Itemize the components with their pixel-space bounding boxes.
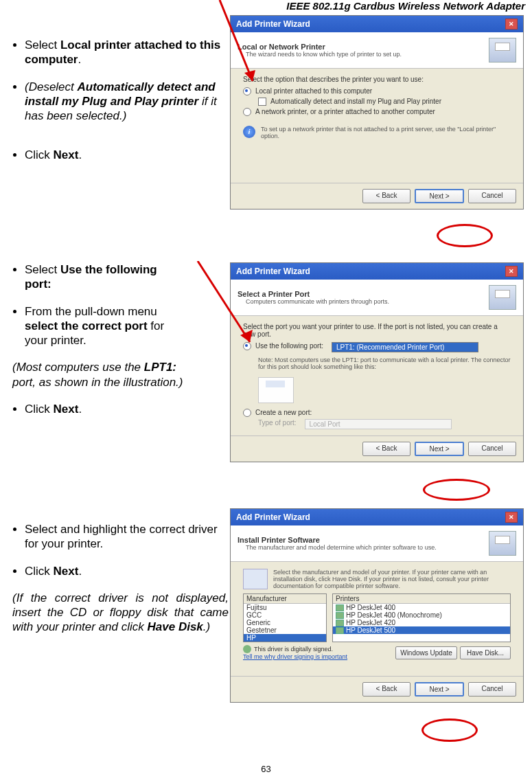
type-label: Type of port: bbox=[258, 419, 297, 427]
list-item: From the pull-down menu select the corre… bbox=[25, 304, 184, 348]
radio-icon bbox=[243, 409, 251, 417]
printer-icon bbox=[489, 285, 516, 310]
wizard-local-network: Add Printer Wizard ✕ Local or Network Pr… bbox=[230, 15, 524, 210]
close-icon[interactable]: ✕ bbox=[505, 19, 518, 30]
printer-item-icon bbox=[336, 604, 344, 611]
printer-icon bbox=[489, 38, 516, 63]
note-text: Note: Most computers use the LPT1: port … bbox=[258, 356, 511, 370]
wizard-install-software: Add Printer Wizard ✕ Install Printer Sof… bbox=[230, 508, 524, 703]
list-item: Click Next. bbox=[25, 402, 184, 416]
port-type-dropdown: Local Port bbox=[305, 419, 452, 429]
list-item[interactable]: Gestetner bbox=[244, 626, 326, 634]
radio-icon bbox=[243, 342, 251, 350]
column-header: Printers bbox=[333, 594, 510, 604]
signed-text: This driver is digitally signed. bbox=[254, 646, 333, 653]
list-item[interactable]: GCC bbox=[244, 611, 326, 619]
wizard-heading: Select a Printer Port bbox=[238, 290, 310, 298]
radio-icon bbox=[243, 87, 251, 95]
wizard-subheading: Computers communicate with printers thro… bbox=[238, 298, 389, 305]
list-item: Click Next. bbox=[25, 564, 229, 578]
printer-icon bbox=[489, 531, 516, 556]
list-item[interactable]: HP DeskJet 500 bbox=[333, 626, 510, 634]
signed-icon bbox=[243, 645, 251, 653]
windows-update-button[interactable]: Windows Update bbox=[395, 646, 457, 659]
info-text: To set up a network printer that is not … bbox=[261, 126, 511, 139]
highlight-oval bbox=[437, 224, 493, 247]
wizard-select-port: Add Printer Wizard ✕ Select a Printer Po… bbox=[230, 262, 524, 462]
manufacturer-listbox[interactable]: Manufacturer Fujitsu GCC Generic Gestetn… bbox=[243, 593, 327, 642]
radio-use-port[interactable]: Use the following port: LPT1: (Recommend… bbox=[243, 342, 511, 352]
list-item[interactable]: HP bbox=[244, 634, 326, 642]
wizard-subheading: The wizard needs to know which type of p… bbox=[238, 51, 402, 58]
wizard-subheading: The manufacturer and model determine whi… bbox=[238, 544, 437, 551]
list-item: Click Next. bbox=[25, 148, 229, 162]
window-title: Add Printer Wizard bbox=[236, 512, 310, 522]
list-item[interactable]: HP DeskJet 400 bbox=[333, 604, 510, 611]
wizard-heading: Local or Network Printer bbox=[238, 43, 325, 51]
note: (If the correct driver is not displayed,… bbox=[12, 591, 229, 635]
highlight-oval bbox=[421, 718, 478, 742]
next-button[interactable]: Next > bbox=[415, 682, 464, 697]
printer-item-icon bbox=[336, 627, 344, 634]
cancel-button[interactable]: Cancel bbox=[468, 442, 516, 456]
back-button[interactable]: < Back bbox=[362, 682, 410, 697]
page-header: IEEE 802.11g Cardbus Wireless Network Ad… bbox=[286, 0, 525, 12]
checkbox-icon bbox=[258, 98, 266, 106]
printer-item-icon bbox=[336, 612, 344, 619]
cancel-button[interactable]: Cancel bbox=[468, 682, 516, 697]
close-icon[interactable]: ✕ bbox=[505, 266, 518, 277]
list-item[interactable]: HP DeskJet 420 bbox=[333, 619, 510, 626]
radio-local-printer[interactable]: Local printer attached to this computer bbox=[243, 87, 511, 95]
instruction-list-2b: Click Next. bbox=[12, 402, 184, 416]
list-item: Select and highlight the correct driver … bbox=[25, 522, 229, 552]
radio-icon bbox=[243, 108, 251, 116]
connector-illustration-icon bbox=[258, 377, 294, 403]
cancel-button[interactable]: Cancel bbox=[468, 189, 516, 203]
printer-item-icon bbox=[336, 620, 344, 626]
back-button[interactable]: < Back bbox=[362, 442, 410, 456]
instruction-list-3: Select and highlight the correct driver … bbox=[12, 522, 229, 578]
close-icon[interactable]: ✕ bbox=[505, 512, 518, 523]
next-button[interactable]: Next > bbox=[415, 189, 464, 203]
instruction-list-2: Select Use the following port: From the … bbox=[12, 262, 184, 348]
radio-network-printer[interactable]: A network printer, or a printer attached… bbox=[243, 108, 511, 116]
titlebar: Add Printer Wizard ✕ bbox=[231, 509, 523, 525]
list-item: Select Local printer attached to this co… bbox=[25, 38, 229, 67]
list-item[interactable]: Generic bbox=[244, 619, 326, 626]
wizard-heading: Install Printer Software bbox=[238, 536, 320, 544]
list-item[interactable]: Fujitsu bbox=[244, 604, 326, 611]
instruction-list-1: Select Local printer attached to this co… bbox=[12, 38, 229, 163]
radio-create-port[interactable]: Create a new port: bbox=[243, 409, 511, 417]
prompt-text: Select the option that describes the pri… bbox=[243, 76, 511, 83]
signing-link[interactable]: Tell me why driver signing is important bbox=[243, 653, 347, 660]
list-item: (Deselect Automatically detect and insta… bbox=[25, 80, 229, 124]
have-disk-button[interactable]: Have Disk... bbox=[460, 646, 511, 659]
printer-clipart-icon bbox=[243, 569, 268, 589]
checkbox-auto-detect[interactable]: Automatically detect and install my Plug… bbox=[258, 98, 511, 106]
window-title: Add Printer Wizard bbox=[236, 19, 310, 29]
list-item[interactable]: HP DeskJet 400 (Monochrome) bbox=[333, 611, 510, 619]
note: (Most computers use the LPT1: port, as s… bbox=[12, 360, 184, 389]
page-number: 63 bbox=[0, 764, 532, 774]
port-dropdown[interactable]: LPT1: (Recommended Printer Port) bbox=[332, 342, 478, 352]
back-button[interactable]: < Back bbox=[362, 189, 410, 203]
column-header: Manufacturer bbox=[244, 594, 326, 604]
window-title: Add Printer Wizard bbox=[236, 267, 310, 276]
highlight-oval bbox=[423, 479, 490, 501]
printers-listbox[interactable]: Printers HP DeskJet 400 HP DeskJet 400 (… bbox=[332, 593, 511, 642]
prompt-text: Select the manufacturer and model of you… bbox=[273, 569, 511, 589]
next-button[interactable]: Next > bbox=[415, 442, 464, 456]
titlebar: Add Printer Wizard ✕ bbox=[231, 263, 523, 280]
titlebar: Add Printer Wizard ✕ bbox=[231, 16, 523, 32]
prompt-text: Select the port you want your printer to… bbox=[243, 323, 511, 338]
info-icon: i bbox=[243, 126, 255, 138]
list-item: Select Use the following port: bbox=[25, 262, 184, 292]
